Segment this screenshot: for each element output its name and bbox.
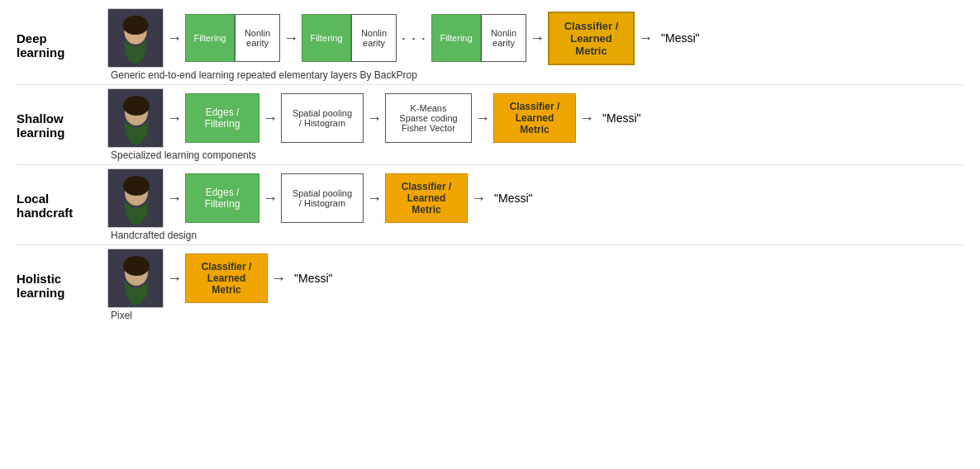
holistic-learning-row: Holisticlearning → Classifier /Learned M… [17,249,963,321]
holistic-learning-label: Holisticlearning [17,249,107,300]
box-filtering-3-deep: Filtering [431,14,481,62]
deep-learning-content: → Filtering Nonlinearity → Filtering Non… [107,8,700,81]
face-image-holistic [107,249,164,308]
shallow-learning-content: → Edges /Filtering → Spatial pooling/ Hi… [107,88,641,161]
box-edges-shallow: Edges /Filtering [185,93,259,143]
shallow-learning-label: Shallowlearning [17,88,107,140]
arrow-1-shallow: → [164,110,185,127]
arrow-4-shallow: → [472,110,493,127]
box-classifier-shallow: Classifier /Learned Metric [493,93,576,143]
holistic-learning-content: → Classifier /Learned Metric → "Messi" P… [107,249,333,321]
box-spatial-local: Spatial pooling/ Histogram [281,173,364,223]
shallow-learning-pipeline: → Edges /Filtering → Spatial pooling/ Hi… [107,88,641,148]
arrow-4-local: → [468,190,489,207]
arrow-5-shallow: → [576,110,597,127]
arrow-2-shallow: → [259,110,281,127]
arrow-2-holistic: → [268,270,289,287]
quote-local: "Messi" [489,192,533,205]
box-nonlin-2-deep: Nonlinearity [351,14,397,62]
face-image-shallow [107,88,164,148]
box-nonlin-1-deep: Nonlinearity [235,14,280,62]
box-filtering-1-deep: Filtering [185,14,235,62]
arrow-2-local: → [259,190,281,207]
svg-point-12 [123,256,150,276]
caption-shallow: Specialized learning components [111,149,641,161]
box-edges-local: Edges /Filtering [185,173,259,223]
box-kmeans-shallow: K-MeansSparse codingFisher Vector [385,93,472,143]
shallow-learning-row: Shallowlearning → Edges /Filtering → Spa… [17,88,963,165]
arrow-dashed-deep: · · · [397,30,431,47]
arrow-3-deep: → [526,30,548,47]
local-handcraft-pipeline: → Edges /Filtering → Spatial pooling/ Hi… [107,168,533,228]
box-classifier-deep: Classifier /Learned Metric [548,12,635,65]
arrow-1-local: → [164,190,185,207]
deep-learning-pipeline: → Filtering Nonlinearity → Filtering Non… [107,8,700,68]
caption-deep: Generic end-to-end learning repeated ele… [111,69,700,81]
box-classifier-local: Classifier /Learned Metric [385,173,468,223]
main-diagram: Deeplearning → Filtering [0,0,980,334]
box-spatial-shallow: Spatial pooling/ Histogram [281,93,364,143]
arrow-3-local: → [364,190,385,207]
deep-learning-row: Deeplearning → Filtering [17,8,963,85]
arrow-1-holistic: → [164,270,185,287]
local-handcraft-label: Localhandcraft [17,168,107,220]
local-handcraft-row: Localhandcraft → Edges /Filtering → Spat… [17,168,963,245]
svg-point-9 [123,176,150,196]
box-nonlin-3-deep: Nonlinearity [481,14,526,62]
deep-learning-label: Deeplearning [17,8,107,59]
arrow-1-deep: → [164,30,185,47]
box-filtering-2-deep: Filtering [302,14,351,62]
face-image-local [107,168,164,228]
svg-point-6 [123,96,150,116]
quote-shallow: "Messi" [597,111,641,125]
arrow-3-shallow: → [364,110,385,127]
holistic-learning-pipeline: → Classifier /Learned Metric → "Messi" [107,249,333,308]
local-handcraft-content: → Edges /Filtering → Spatial pooling/ Hi… [107,168,533,241]
quote-holistic: "Messi" [289,272,333,285]
arrow-2-deep: → [280,30,302,47]
caption-local: Handcrafted design [111,230,533,241]
face-image-deep [107,8,164,68]
svg-point-3 [122,16,148,35]
box-classifier-holistic: Classifier /Learned Metric [185,253,268,303]
caption-holistic: Pixel [111,310,333,321]
arrow-4-deep: → [635,30,656,47]
quote-deep: "Messi" [656,31,700,45]
